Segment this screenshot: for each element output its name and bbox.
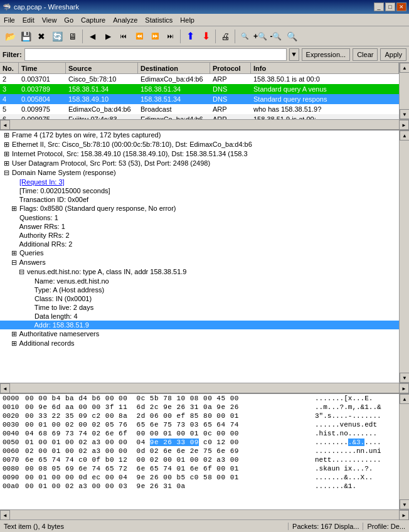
detail-row-data-length: Data length: 4 xyxy=(0,312,399,321)
expression-button[interactable]: Expression... xyxy=(302,48,351,61)
detail-row-ethernet[interactable]: ⊞ Ethernet II, Src: Cisco_5b:78:10 (00:0… xyxy=(0,140,399,149)
statusbar: Text item (), 4 bytes Packets: 167 Displ… xyxy=(0,519,409,532)
detail-row-additional-records[interactable]: ⊞ Additional records xyxy=(0,339,399,348)
detail-row-frame[interactable]: ⊞ Frame 4 (172 bytes on wire, 172 bytes … xyxy=(0,130,399,140)
hex-dump-section: 0000 00 00 b4 ba d4 b6 00 00 0c 5b 78 10… xyxy=(0,394,409,519)
hex-vscrollbar[interactable]: ▲ ▼ xyxy=(399,394,409,509)
menu-view[interactable]: View xyxy=(38,15,61,25)
detail-row-txid: Transaction ID: 0x00ef xyxy=(0,195,399,204)
toolbar-save[interactable]: 💾 xyxy=(18,29,33,44)
hex-row: 0040 04 68 69 73 74 02 6e 6f 00 00 01 00… xyxy=(0,429,399,438)
toolbar-goto-next[interactable]: ⏩ xyxy=(147,29,162,44)
toolbar-sep1 xyxy=(82,29,83,43)
toolbar-capture-interfaces[interactable]: 🖥 xyxy=(65,29,80,44)
menu-help[interactable]: Help xyxy=(176,15,198,25)
toolbar-goto-last[interactable]: ⏭ xyxy=(163,29,178,44)
packet-list-header: No. Time Source Destination Protocol Inf… xyxy=(0,63,399,74)
detail-row-name: Name: venus.edt.hist.no xyxy=(0,277,399,285)
toolbar-goto-first[interactable]: ⏮ xyxy=(116,29,131,44)
toolbar-close[interactable]: ✖ xyxy=(34,29,49,44)
hex-highlight: 9e 26 33 09 xyxy=(150,439,199,446)
detail-hscrollbar[interactable]: ◀ ▶ xyxy=(0,383,409,393)
menubar: File Edit View Go Capture Analyze Statis… xyxy=(0,14,409,26)
titlebar-controls: _ □ ✕ xyxy=(374,3,406,11)
table-row[interactable]: 2 0.003701 Cisco_5b:78:10 EdimaxCo_ba:d4… xyxy=(0,74,399,84)
detail-row-venus-record[interactable]: ⊟ venus.edt.hist.no: type A, class IN, a… xyxy=(0,267,399,277)
hex-row: 00a0 00 01 00 02 a3 00 00 03 9e 26 31 0a… xyxy=(0,482,399,491)
col-info: Info xyxy=(251,63,399,73)
filter-input[interactable] xyxy=(24,48,287,61)
menu-statistics[interactable]: Statistics xyxy=(141,15,176,25)
detail-row-dns[interactable]: ⊟ Domain Name System (response) xyxy=(0,168,399,178)
filterbar: Filter: ▼ Expression... Clear Apply xyxy=(0,46,409,63)
toolbar-forward[interactable]: ▶ xyxy=(100,29,115,44)
detail-row-flags[interactable]: ⊞ Flags: 0x8580 (Standard query response… xyxy=(0,204,399,213)
titlebar-title: 🦈 cap.pcap - Wireshark xyxy=(3,3,79,11)
close-button[interactable]: ✕ xyxy=(396,3,406,11)
hex-row: 0020 00 33 22 35 09 c2 00 8a 2d 06 00 ef… xyxy=(0,412,399,420)
toolbar-zoom-normal[interactable]: 🔍 xyxy=(284,29,299,44)
maximize-button[interactable]: □ xyxy=(385,3,395,11)
detail-row-answers[interactable]: ⊟ Answers xyxy=(0,258,399,267)
packet-list-content: No. Time Source Destination Protocol Inf… xyxy=(0,63,399,119)
scroll-down-btn[interactable]: ▼ xyxy=(400,109,409,119)
scroll-up-btn[interactable]: ▲ xyxy=(400,63,409,73)
table-row[interactable]: 5 0.009975 EdimaxCo_ba:d4:b6 Broadcast A… xyxy=(0,104,399,114)
expand-icon: ⊟ xyxy=(3,169,10,177)
hex-row: 0050 01 00 01 00 02 a3 00 00 04 9e 26 33… xyxy=(0,438,399,447)
expand-icon: ⊞ xyxy=(3,150,10,158)
hex-row: 0090 00 01 00 00 0d ec 00 04 9e 26 00 b5… xyxy=(0,473,399,482)
menu-go[interactable]: Go xyxy=(60,15,77,25)
status-profile: Profile: De... xyxy=(363,523,409,530)
apply-button[interactable]: Apply xyxy=(380,48,406,61)
detail-row-addr[interactable]: Addr: 158.38.51.9 xyxy=(0,321,399,329)
col-source: Source xyxy=(66,63,138,73)
detail-row-answer-rrs: Answer RRs: 1 xyxy=(0,222,399,231)
packet-list-hscrollbar[interactable]: ◀ ▶ xyxy=(0,119,409,129)
status-text-item: Text item (), 4 bytes xyxy=(0,523,288,530)
toolbar-find[interactable]: 🔍 xyxy=(237,29,252,44)
clear-button[interactable]: Clear xyxy=(353,48,378,61)
detail-row-auth-nameservers[interactable]: ⊞ Authoritative nameservers xyxy=(0,329,399,339)
minimize-button[interactable]: _ xyxy=(374,3,384,11)
packet-list-vscrollbar[interactable]: ▲ ▼ xyxy=(399,63,409,119)
packet-detail-content: ⊞ Frame 4 (172 bytes on wire, 172 bytes … xyxy=(0,130,399,383)
detail-row-class: Class: IN (0x0001) xyxy=(0,294,399,303)
menu-capture[interactable]: Capture xyxy=(77,15,109,25)
toolbar-capture-stop[interactable]: ⬇ xyxy=(198,29,213,44)
table-row[interactable]: 3 0.003789 158.38.51.34 158.38.51.34 DNS… xyxy=(0,84,399,94)
toolbar-capture-start[interactable]: ⬆ xyxy=(183,29,198,44)
hex-hscrollbar[interactable]: ◀ ▶ xyxy=(0,509,409,519)
toolbar-back[interactable]: ◀ xyxy=(85,29,100,44)
titlebar: 🦈 cap.pcap - Wireshark _ □ ✕ xyxy=(0,0,409,14)
detail-row-udp[interactable]: ⊞ User Datagram Protocol, Src Port: 53 (… xyxy=(0,159,399,168)
toolbar-open[interactable]: 📂 xyxy=(3,29,18,44)
toolbar-print[interactable]: 🖨 xyxy=(218,29,233,44)
detail-vscrollbar[interactable]: ▲ ▼ xyxy=(399,130,409,383)
toolbar-reload[interactable]: 🔄 xyxy=(50,29,65,44)
toolbar-zoom-in[interactable]: +🔍 xyxy=(253,29,268,44)
toolbar-sep2 xyxy=(180,29,181,43)
menu-file[interactable]: File xyxy=(0,15,19,25)
expand-icon: ⊞ xyxy=(3,159,10,168)
menu-edit[interactable]: Edit xyxy=(19,15,38,25)
detail-row-queries[interactable]: ⊞ Queries xyxy=(0,248,399,258)
filter-dropdown[interactable]: ▼ xyxy=(289,48,299,61)
expand-icon: ⊞ xyxy=(3,141,10,149)
toolbar-sep3 xyxy=(215,29,216,43)
table-row[interactable]: 6 0.009975 Fujitsu 07:4c:83 EdimaxCo_ba:… xyxy=(0,114,399,119)
toolbar-zoom-out[interactable]: -🔍 xyxy=(268,29,284,44)
detail-row-ttl: Time to live: 2 days xyxy=(0,303,399,312)
hex-row: 0000 00 00 b4 ba d4 b6 00 00 0c 5b 78 10… xyxy=(0,394,399,403)
filter-label: Filter: xyxy=(3,51,22,58)
detail-row-ip[interactable]: ⊞ Internet Protocol, Src: 158.38.49.10 (… xyxy=(0,149,399,159)
menu-analyze[interactable]: Analyze xyxy=(109,15,141,25)
detail-row-authority-rrs: Authority RRs: 2 xyxy=(0,231,399,240)
detail-row-request-in[interactable]: [Request In: 3] xyxy=(0,178,399,186)
col-no: No. xyxy=(0,63,19,73)
status-packets: Packets: 167 Displa... xyxy=(288,523,363,530)
toolbar: 📂 💾 ✖ 🔄 🖥 ◀ ▶ ⏮ ⏪ ⏩ ⏭ ⬆ ⬇ 🖨 🔍 +🔍 -🔍 🔍 xyxy=(0,26,409,46)
toolbar-goto-prev[interactable]: ⏪ xyxy=(132,29,147,44)
detail-row-type: Type: A (Host address) xyxy=(0,285,399,294)
table-row[interactable]: 4 0.005804 158.38.49.10 158.38.51.34 DNS… xyxy=(0,94,399,104)
